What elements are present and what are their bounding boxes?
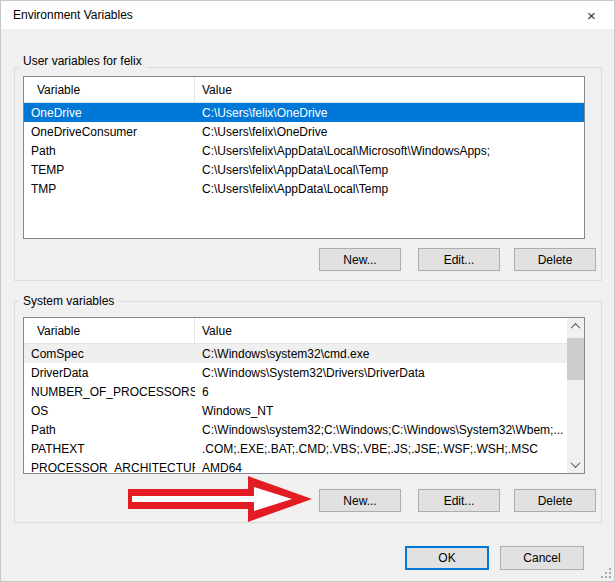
scroll-up-button[interactable] — [567, 318, 584, 335]
table-row-os[interactable]: OS Windows_NT — [24, 401, 567, 420]
cell-value: .COM;.EXE;.BAT;.CMD;.VBS;.VBE;.JS;.JSE;.… — [195, 442, 567, 456]
cell-value: C:\Users\felix\AppData\Local\Temp — [195, 163, 584, 177]
table-row-pathext[interactable]: PATHEXT .COM;.EXE;.BAT;.CMD;.VBS;.VBE;.J… — [24, 439, 567, 458]
cell-variable: TMP — [24, 182, 195, 196]
system-variables-table: Variable Value ComSpec C:\Windows\system… — [23, 317, 585, 474]
vertical-scrollbar[interactable] — [567, 318, 584, 473]
close-icon: × — [587, 8, 596, 23]
user-delete-button[interactable]: Delete — [514, 248, 596, 271]
system-variables-label: System variables — [19, 294, 118, 308]
column-header-variable[interactable]: Variable — [24, 77, 195, 102]
table-row-driverdata[interactable]: DriverData C:\Windows\System32\Drivers\D… — [24, 363, 567, 382]
cell-value: C:\Users\felix\OneDrive — [195, 106, 584, 120]
scroll-down-button[interactable] — [567, 456, 584, 473]
table-row-processor-architecture[interactable]: PROCESSOR_ARCHITECTURE AMD64 — [24, 458, 567, 474]
cell-variable: TEMP — [24, 163, 195, 177]
cell-variable: Path — [24, 144, 195, 158]
cell-variable: DriverData — [24, 366, 195, 380]
table-row-path[interactable]: Path C:\Users\felix\AppData\Local\Micros… — [24, 141, 584, 160]
table-row-comspec[interactable]: ComSpec C:\Windows\system32\cmd.exe — [24, 344, 567, 363]
cell-value: C:\Users\felix\AppData\Local\Temp — [195, 182, 584, 196]
table-row-tmp[interactable]: TMP C:\Users\felix\AppData\Local\Temp — [24, 179, 584, 198]
window-titlebar: Environment Variables × — [1, 1, 614, 29]
column-header-variable[interactable]: Variable — [24, 318, 195, 343]
system-edit-button[interactable]: Edit... — [418, 489, 500, 512]
table-row-onedrive[interactable]: OneDrive C:\Users\felix\OneDrive — [24, 103, 584, 122]
system-table-header: Variable Value — [24, 318, 567, 344]
cell-value: Windows_NT — [195, 404, 567, 418]
cell-variable: PATHEXT — [24, 442, 195, 456]
scrollbar-thumb[interactable] — [567, 338, 584, 380]
cell-variable: OS — [24, 404, 195, 418]
cell-value: 6 — [195, 385, 567, 399]
user-variables-table: Variable Value OneDrive C:\Users\felix\O… — [23, 76, 585, 239]
cell-variable: NUMBER_OF_PROCESSORS — [24, 385, 195, 399]
cell-variable: Path — [24, 423, 195, 437]
resize-grip[interactable] — [601, 568, 611, 578]
chevron-up-icon — [571, 323, 581, 333]
user-new-button[interactable]: New... — [319, 248, 401, 271]
cell-variable: PROCESSOR_ARCHITECTURE — [24, 461, 195, 475]
cell-value: C:\Users\felix\OneDrive — [195, 125, 584, 139]
table-row-path-system[interactable]: Path C:\Windows\system32;C:\Windows;C:\W… — [24, 420, 567, 439]
user-edit-button[interactable]: Edit... — [418, 248, 500, 271]
window-title: Environment Variables — [13, 1, 133, 29]
chevron-down-icon — [571, 458, 581, 468]
cell-variable: OneDrive — [24, 106, 195, 120]
table-row-temp[interactable]: TEMP C:\Users\felix\AppData\Local\Temp — [24, 160, 584, 179]
cell-value: C:\Users\felix\AppData\Local\Microsoft\W… — [195, 144, 584, 158]
user-variables-label: User variables for felix — [19, 54, 146, 68]
cell-value: C:\Windows\System32\Drivers\DriverData — [195, 366, 567, 380]
close-button[interactable]: × — [569, 1, 614, 29]
system-new-button[interactable]: New... — [319, 489, 401, 512]
cell-value: C:\Windows\system32\cmd.exe — [195, 347, 567, 361]
system-delete-button[interactable]: Delete — [514, 489, 596, 512]
table-row-onedriveconsumer[interactable]: OneDriveConsumer C:\Users\felix\OneDrive — [24, 122, 584, 141]
cancel-button[interactable]: Cancel — [500, 546, 584, 570]
environment-variables-dialog: Environment Variables × User variables f… — [0, 0, 615, 582]
table-row-number-of-processors[interactable]: NUMBER_OF_PROCESSORS 6 — [24, 382, 567, 401]
column-header-value[interactable]: Value — [195, 318, 567, 343]
cell-variable: OneDriveConsumer — [24, 125, 195, 139]
column-header-value[interactable]: Value — [195, 77, 584, 102]
user-table-header: Variable Value — [24, 77, 584, 103]
cell-value: C:\Windows\system32;C:\Windows;C:\Window… — [195, 423, 567, 437]
cell-value: AMD64 — [195, 461, 567, 475]
ok-button[interactable]: OK — [405, 546, 489, 570]
cell-variable: ComSpec — [24, 347, 195, 361]
